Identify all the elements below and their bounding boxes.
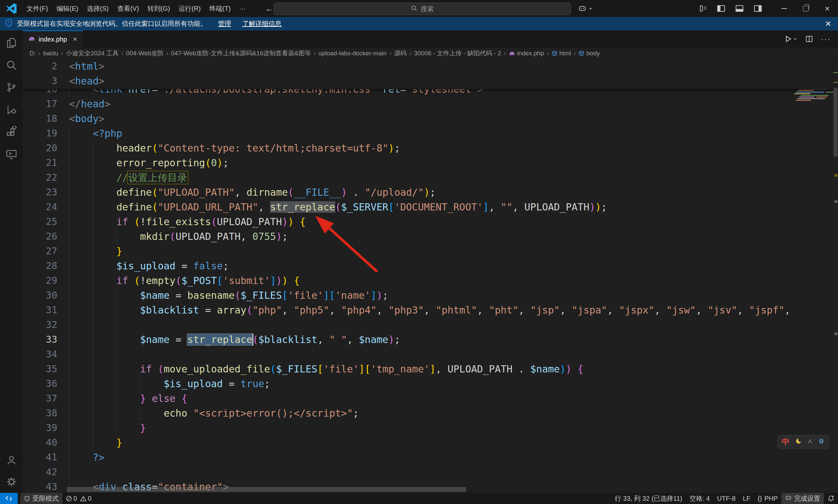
toggle-panel-icon[interactable] xyxy=(735,4,744,13)
menu-item[interactable]: 查看(V) xyxy=(113,3,143,14)
split-editor-icon[interactable] xyxy=(805,35,813,43)
copilot-menu-button[interactable] xyxy=(578,4,593,14)
sticky-scroll[interactable]: 2<html>3<head> xyxy=(23,59,833,89)
breadcrumb-item[interactable]: 30006 - 文件上传 - 缺陷代码 - 2 xyxy=(414,49,501,58)
code-line[interactable]: 40 } xyxy=(23,435,838,450)
breadcrumb-item[interactable]: 源码 xyxy=(394,49,407,58)
manage-link[interactable]: 管理 xyxy=(218,19,231,28)
code-line[interactable]: 29 if (!empty($_POST['submit'])) { xyxy=(23,273,838,288)
horizontal-scrollbar[interactable] xyxy=(67,487,466,492)
code-editor[interactable]: 16 <link href="./attachs/bootstrap.sketc… xyxy=(23,59,838,493)
title-bar: 文件(F)编辑(E)选择(S)查看(V)转到(G)运行(R)终端(T)··· ←… xyxy=(0,0,838,17)
encoding-status[interactable]: UTF-8 xyxy=(714,493,739,504)
menu-item[interactable]: ··· xyxy=(235,3,250,14)
breadcrumb-item[interactable]: 小迪安全2024 工具 xyxy=(66,49,119,58)
breadcrumb-item[interactable]: D: xyxy=(30,50,36,57)
code-line[interactable]: 25 if (!file_exists(UPLOAD_PATH)) { xyxy=(23,214,838,229)
line-number: 22 xyxy=(23,170,57,185)
back-arrow[interactable]: ← xyxy=(265,4,274,14)
cursor-position-status[interactable]: 行 33, 列 32 (已选择11) xyxy=(611,493,686,504)
language-status[interactable]: {} PHP xyxy=(754,493,781,504)
code-line[interactable]: 36 $is_upload = true; xyxy=(23,376,838,391)
indentation-status[interactable]: 空格: 4 xyxy=(686,493,713,504)
breadcrumb: D:›baidu›小迪安全2024 工具›004-Web攻防›047-Web攻防… xyxy=(23,48,838,59)
remote-indicator[interactable] xyxy=(0,493,18,504)
toggle-sidebar-icon[interactable] xyxy=(717,4,725,13)
code-line[interactable]: 31 $blacklist = array("php", "php5", "ph… xyxy=(23,303,838,318)
code-line[interactable]: 21 error_reporting(0); xyxy=(23,156,838,170)
menu-item[interactable]: 终端(T) xyxy=(205,3,235,14)
code-line[interactable]: 37 } else { xyxy=(23,391,838,406)
code-line[interactable]: 42 xyxy=(23,465,838,480)
menu-item[interactable]: 转到(G) xyxy=(143,3,175,14)
close-window-button[interactable]: × xyxy=(816,0,838,17)
tab-index-php[interactable]: index.php × xyxy=(23,31,83,48)
run-debug-icon[interactable] xyxy=(4,102,19,118)
code-line[interactable]: 34 xyxy=(23,347,838,362)
account-icon[interactable] xyxy=(4,452,19,468)
search-sidebar-icon[interactable] xyxy=(4,57,19,73)
code-line[interactable]: 28 $is_upload = false; xyxy=(23,258,838,273)
activity-bar xyxy=(0,31,23,493)
menu-item[interactable]: 运行(R) xyxy=(174,3,205,14)
extensions-icon[interactable] xyxy=(4,124,19,140)
minimap[interactable] xyxy=(792,59,833,493)
breadcrumb-item[interactable]: upload-labs-docker-main xyxy=(318,50,387,57)
menu-item[interactable]: 选择(S) xyxy=(83,3,113,14)
code-line[interactable]: 26 mkdir(UPLOAD_PATH, 0755); xyxy=(23,229,838,244)
code-line[interactable]: 32 xyxy=(23,318,838,332)
code-line[interactable]: 35 if (move_uploaded_file($_FILES['file'… xyxy=(23,362,838,376)
learn-more-link[interactable]: 了解详细信息 xyxy=(242,19,282,28)
code-line[interactable]: 23 define("UPLOAD_PATH", dirname(__FILE_… xyxy=(23,185,838,200)
code-line[interactable]: 41 ?> xyxy=(23,450,838,465)
menu-item[interactable]: 文件(F) xyxy=(22,3,52,14)
problems-status[interactable]: 0 0 xyxy=(62,493,95,504)
restore-button[interactable] xyxy=(795,0,816,17)
code-line[interactable]: 39 } xyxy=(23,420,838,435)
eol-status[interactable]: LF xyxy=(739,493,754,504)
run-file-button[interactable] xyxy=(784,35,798,43)
ime-pen-icon[interactable] xyxy=(807,438,813,445)
ime-settings-gear-icon[interactable] xyxy=(818,437,825,446)
remote-explorer-icon[interactable] xyxy=(4,146,19,162)
restricted-mode-banner: 受限模式旨在实现安全地浏览代码。信任此窗口以启用所有功能。 管理 了解详细信息 … xyxy=(0,17,838,31)
toggle-secondary-sidebar-icon[interactable] xyxy=(753,4,762,13)
vertical-scrollbar[interactable] xyxy=(834,88,838,157)
search-input[interactable]: 搜索 xyxy=(274,3,571,15)
minimize-button[interactable] xyxy=(773,0,795,17)
notifications-bell-icon[interactable] xyxy=(824,493,838,504)
breadcrumb-item[interactable]: baidu xyxy=(43,50,58,57)
code-line[interactable]: 22 //设置上传目录 xyxy=(23,170,838,185)
code-line[interactable]: 24 define("UPLOAD_URL_PATH", str_replace… xyxy=(23,200,838,214)
menu-item[interactable]: 编辑(E) xyxy=(52,3,83,14)
php-icon xyxy=(509,50,515,57)
code-line[interactable]: 2<html> xyxy=(23,59,833,74)
breadcrumb-item[interactable]: body xyxy=(578,50,600,57)
code-line[interactable]: 30 $name = basename($_FILES['file']['nam… xyxy=(23,288,838,303)
tab-close-icon[interactable]: × xyxy=(73,35,77,43)
more-actions-icon[interactable]: ··· xyxy=(821,34,831,43)
banner-close-icon[interactable]: ✕ xyxy=(825,19,832,29)
ime-mode-button[interactable]: 中 xyxy=(782,436,789,447)
source-control-icon[interactable] xyxy=(4,79,19,95)
moon-icon[interactable] xyxy=(795,437,802,446)
breadcrumb-item[interactable]: index.php xyxy=(509,50,544,57)
chevron-right-icon: › xyxy=(166,50,168,57)
code-line[interactable]: 20 header("Content-type: text/html;chars… xyxy=(23,141,838,156)
vscode-window: 文件(F)编辑(E)选择(S)查看(V)转到(G)运行(R)终端(T)··· ←… xyxy=(0,0,838,504)
code-line[interactable]: 18<body> xyxy=(23,111,838,126)
code-line[interactable]: 17</head> xyxy=(23,96,838,111)
copilot-setup-status[interactable]: 完成设置 xyxy=(781,493,824,504)
breadcrumb-item[interactable]: 004-Web攻防 xyxy=(126,49,164,58)
code-line[interactable]: 27 } xyxy=(23,244,838,258)
settings-gear-icon[interactable] xyxy=(4,474,19,490)
code-line[interactable]: 19 <?php xyxy=(23,126,838,141)
code-line[interactable]: 3<head> xyxy=(23,74,833,88)
explorer-icon[interactable] xyxy=(4,35,19,51)
code-line[interactable]: 33 $name = str_replace($blacklist, " ", … xyxy=(23,332,838,347)
breadcrumb-item[interactable]: html xyxy=(552,50,571,57)
customize-layout-icon[interactable] xyxy=(699,4,707,13)
code-line[interactable]: 38 echo "<script>error();</script>"; xyxy=(23,406,838,420)
restricted-mode-status[interactable]: 受限模式 xyxy=(20,493,62,504)
breadcrumb-item[interactable]: 047-Web攻防-文件上传&源码&16进制查看器&图等 xyxy=(171,49,311,58)
